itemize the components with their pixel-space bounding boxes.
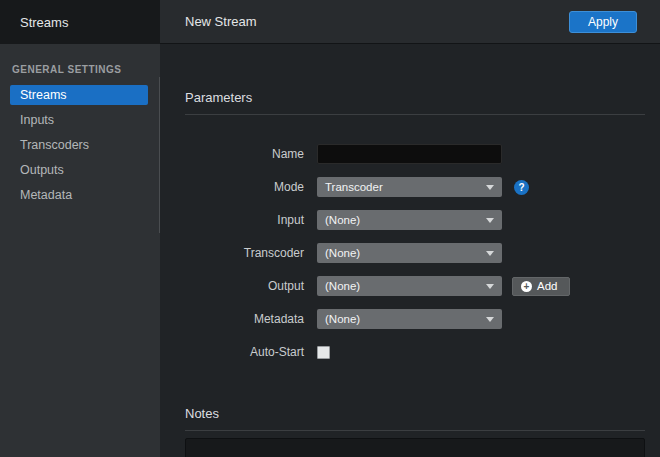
output-label: Output [185,279,317,293]
input-label: Input [185,213,317,227]
sidebar-section-label: GENERAL SETTINGS [0,44,160,85]
chevron-down-icon [486,251,494,256]
help-icon[interactable]: ? [514,180,529,195]
apply-button[interactable]: Apply [569,11,637,33]
metadata-label: Metadata [185,312,317,326]
top-header: Streams New Stream Apply [0,0,660,44]
app-title: Streams [0,0,160,44]
output-row: Output (None) + Add [185,276,645,296]
metadata-dropdown[interactable]: (None) [317,309,502,329]
auto-start-row: Auto-Start [185,342,645,362]
sidebar-item-metadata[interactable]: Metadata [10,185,148,205]
chevron-down-icon [486,284,494,289]
output-dropdown[interactable]: (None) [317,276,502,296]
page-title: New Stream [185,14,569,29]
notes-divider [185,430,645,431]
notes-textarea[interactable] [185,438,645,457]
mode-label: Mode [185,180,317,194]
mode-dropdown[interactable]: Transcoder [317,177,502,197]
chevron-down-icon [486,317,494,322]
auto-start-label: Auto-Start [185,345,317,359]
add-output-button[interactable]: + Add [512,277,570,296]
sidebar-item-transcoders[interactable]: Transcoders [10,135,148,155]
add-button-label: Add [537,280,557,292]
name-input[interactable] [317,144,502,164]
sidebar: GENERAL SETTINGS Streams Inputs Transcod… [0,44,160,457]
chevron-down-icon [486,185,494,190]
transcoder-label: Transcoder [185,246,317,260]
transcoder-dropdown-value: (None) [325,247,360,259]
input-dropdown[interactable]: (None) [317,210,502,230]
notes-heading: Notes [185,406,645,421]
main-content: Parameters Name Mode Transcoder ? Input … [160,44,660,457]
metadata-dropdown-value: (None) [325,313,360,325]
sidebar-item-outputs[interactable]: Outputs [10,160,148,180]
transcoder-dropdown[interactable]: (None) [317,243,502,263]
parameters-heading: Parameters [185,90,645,105]
mode-dropdown-value: Transcoder [325,181,383,193]
input-dropdown-value: (None) [325,214,360,226]
page-header: New Stream Apply [160,0,660,44]
chevron-down-icon [486,218,494,223]
sidebar-item-streams[interactable]: Streams [10,85,148,105]
parameters-divider [185,114,645,115]
name-row: Name [185,144,645,164]
auto-start-checkbox[interactable] [317,346,330,359]
parameters-form: Name Mode Transcoder ? Input (None) [185,144,645,362]
plus-icon: + [521,281,532,292]
sidebar-item-inputs[interactable]: Inputs [10,110,148,130]
input-row: Input (None) [185,210,645,230]
metadata-row: Metadata (None) [185,309,645,329]
name-label: Name [185,147,317,161]
sidebar-divider [159,77,160,233]
mode-row: Mode Transcoder ? [185,177,645,197]
transcoder-row: Transcoder (None) [185,243,645,263]
output-dropdown-value: (None) [325,280,360,292]
